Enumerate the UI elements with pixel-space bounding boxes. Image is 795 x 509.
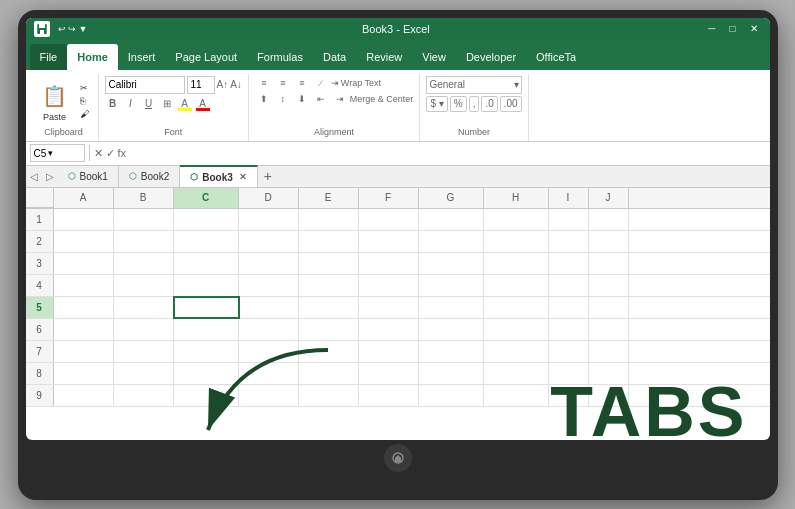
cell-B6[interactable]: [114, 319, 174, 340]
cell-D7[interactable]: [239, 341, 299, 362]
insert-function-icon[interactable]: fx: [118, 147, 127, 159]
cell-G1[interactable]: [419, 209, 484, 230]
tab-file[interactable]: File: [30, 44, 68, 70]
cell-G6[interactable]: [419, 319, 484, 340]
col-header-J[interactable]: J: [589, 188, 629, 208]
cell-J2[interactable]: [589, 231, 629, 252]
align-left-button[interactable]: ≡: [255, 76, 273, 90]
font-name-input[interactable]: [105, 76, 185, 94]
cell-I4[interactable]: [549, 275, 589, 296]
tab-home[interactable]: Home: [67, 44, 118, 70]
cell-B2[interactable]: [114, 231, 174, 252]
col-header-C[interactable]: C: [174, 188, 239, 208]
indent-decrease-button[interactable]: ⇤: [312, 92, 330, 106]
cell-I6[interactable]: [549, 319, 589, 340]
cell-G9[interactable]: [419, 385, 484, 406]
wrap-text-button[interactable]: ⇥ Wrap Text: [331, 76, 381, 90]
cell-G8[interactable]: [419, 363, 484, 384]
cell-F1[interactable]: [359, 209, 419, 230]
number-format-dropdown[interactable]: General ▾: [426, 76, 521, 94]
cell-C3[interactable]: [174, 253, 239, 274]
bold-button[interactable]: B: [105, 96, 121, 112]
tablet-home-button[interactable]: [384, 444, 412, 472]
cell-H1[interactable]: [484, 209, 549, 230]
cell-J8[interactable]: [589, 363, 629, 384]
align-bottom-button[interactable]: ⬇: [293, 92, 311, 106]
cell-G3[interactable]: [419, 253, 484, 274]
cell-E8[interactable]: [299, 363, 359, 384]
align-center-button[interactable]: ≡: [274, 76, 292, 90]
cell-C9[interactable]: [174, 385, 239, 406]
increase-decimal-button[interactable]: .00: [500, 96, 522, 112]
format-painter-button[interactable]: 🖌: [77, 108, 92, 120]
cell-I8[interactable]: [549, 363, 589, 384]
row-header-8[interactable]: 8: [26, 363, 54, 384]
cell-G5[interactable]: [419, 297, 484, 318]
cell-E9[interactable]: [299, 385, 359, 406]
cut-button[interactable]: ✂: [77, 82, 92, 94]
cell-F8[interactable]: [359, 363, 419, 384]
cell-H6[interactable]: [484, 319, 549, 340]
cell-H4[interactable]: [484, 275, 549, 296]
cell-D8[interactable]: [239, 363, 299, 384]
row-header-6[interactable]: 6: [26, 319, 54, 340]
cell-F2[interactable]: [359, 231, 419, 252]
cell-D4[interactable]: [239, 275, 299, 296]
cell-E3[interactable]: [299, 253, 359, 274]
cancel-formula-icon[interactable]: ✕: [94, 147, 103, 160]
merge-center-button[interactable]: Merge & Center: [350, 92, 414, 106]
tab-developer[interactable]: Developer: [456, 44, 526, 70]
percent-button[interactable]: %: [450, 96, 467, 112]
sheet-tab-next[interactable]: ▷: [42, 171, 58, 182]
row-header-3[interactable]: 3: [26, 253, 54, 274]
cell-C2[interactable]: [174, 231, 239, 252]
col-header-D[interactable]: D: [239, 188, 299, 208]
cell-E6[interactable]: [299, 319, 359, 340]
formula-input[interactable]: [130, 144, 765, 162]
cell-A3[interactable]: [54, 253, 114, 274]
save-icon[interactable]: [34, 21, 50, 37]
cell-B4[interactable]: [114, 275, 174, 296]
close-button[interactable]: ✕: [746, 23, 762, 34]
italic-button[interactable]: I: [123, 96, 139, 112]
confirm-formula-icon[interactable]: ✓: [106, 147, 115, 160]
col-header-G[interactable]: G: [419, 188, 484, 208]
tab-office[interactable]: Office Ta: [526, 44, 586, 70]
cell-G7[interactable]: [419, 341, 484, 362]
cell-F4[interactable]: [359, 275, 419, 296]
cell-A9[interactable]: [54, 385, 114, 406]
angle-text-button[interactable]: ⟋: [312, 76, 330, 90]
cell-H5[interactable]: [484, 297, 549, 318]
sheet-tab-book1[interactable]: ⬡ Book1: [58, 165, 119, 187]
tab-insert[interactable]: Insert: [118, 44, 166, 70]
cell-C6[interactable]: [174, 319, 239, 340]
cell-A7[interactable]: [54, 341, 114, 362]
cell-H9[interactable]: [484, 385, 549, 406]
cell-I9[interactable]: [549, 385, 589, 406]
font-size-input[interactable]: [187, 76, 215, 94]
cell-A4[interactable]: [54, 275, 114, 296]
maximize-button[interactable]: □: [725, 23, 739, 34]
copy-button[interactable]: ⎘: [77, 95, 92, 107]
cell-C1[interactable]: [174, 209, 239, 230]
cell-F6[interactable]: [359, 319, 419, 340]
cell-J3[interactable]: [589, 253, 629, 274]
cell-B5[interactable]: [114, 297, 174, 318]
row-header-4[interactable]: 4: [26, 275, 54, 296]
cell-J6[interactable]: [589, 319, 629, 340]
tab-review[interactable]: Review: [356, 44, 412, 70]
sheet-tab-book2[interactable]: ⬡ Book2: [119, 165, 180, 187]
cell-A6[interactable]: [54, 319, 114, 340]
underline-button[interactable]: U: [141, 96, 157, 112]
col-header-E[interactable]: E: [299, 188, 359, 208]
cell-A5[interactable]: [54, 297, 114, 318]
cell-I1[interactable]: [549, 209, 589, 230]
border-button[interactable]: ⊞: [159, 96, 175, 112]
sheet-tab-prev[interactable]: ◁: [26, 171, 42, 182]
cell-C8[interactable]: [174, 363, 239, 384]
cell-E1[interactable]: [299, 209, 359, 230]
cell-A8[interactable]: [54, 363, 114, 384]
cell-E7[interactable]: [299, 341, 359, 362]
cell-C7[interactable]: [174, 341, 239, 362]
align-right-button[interactable]: ≡: [293, 76, 311, 90]
